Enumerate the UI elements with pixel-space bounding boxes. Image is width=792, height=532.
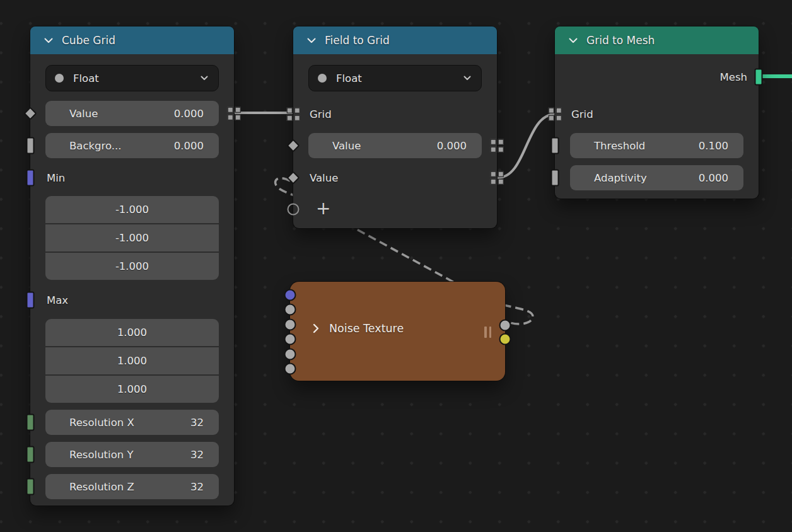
noise-input-socket-4[interactable] bbox=[284, 333, 296, 345]
resolution-y-field[interactable]: Resolution Y 32 bbox=[45, 442, 219, 467]
noise-input-socket-3[interactable] bbox=[284, 319, 296, 331]
dropdown-chevron-icon bbox=[201, 76, 208, 81]
field-value: 32 bbox=[190, 417, 204, 429]
node-field-to-grid[interactable]: Field to Grid Float Grid Value 0.000 Val… bbox=[293, 26, 497, 228]
float-socket-icon bbox=[318, 74, 327, 83]
field-label: Resolution X bbox=[69, 417, 134, 429]
min-vector-fields: -1.000 -1.000 -1.000 bbox=[45, 196, 219, 280]
adaptivity-input-socket[interactable] bbox=[551, 170, 559, 187]
data-type-dropdown[interactable]: Float bbox=[308, 65, 482, 91]
value-grid-output-socket-1[interactable] bbox=[491, 139, 504, 153]
noise-input-socket-2[interactable] bbox=[284, 304, 296, 316]
grid-socket-label: Grid bbox=[571, 105, 593, 124]
noise-input-socket-5[interactable] bbox=[284, 349, 296, 361]
extend-input-socket[interactable] bbox=[288, 204, 300, 216]
threshold-input-socket[interactable] bbox=[551, 137, 559, 154]
node-title: Noise Texture bbox=[329, 322, 404, 335]
grid-to-mesh-header[interactable]: Grid to Mesh bbox=[555, 26, 759, 54]
grid-socket-label: Grid bbox=[310, 105, 332, 124]
max-vector-fields: 1.000 1.000 1.000 bbox=[45, 319, 219, 403]
value-grid-output-socket-2[interactable] bbox=[491, 171, 504, 185]
max-y-field[interactable]: 1.000 bbox=[45, 347, 219, 374]
field-to-grid-header[interactable]: Field to Grid bbox=[293, 26, 497, 54]
node-title: Grid to Mesh bbox=[586, 34, 655, 47]
field-label: Resolution Y bbox=[69, 449, 134, 461]
max-x-field[interactable]: 1.000 bbox=[45, 319, 219, 346]
grid-input-socket[interactable] bbox=[287, 108, 300, 121]
resolution-x-input-socket[interactable] bbox=[26, 414, 35, 431]
node-noise-texture[interactable]: Noise Texture bbox=[290, 282, 505, 381]
data-type-value: Float bbox=[336, 72, 454, 84]
value-field[interactable]: Value 0.000 bbox=[308, 133, 482, 158]
data-type-value: Float bbox=[73, 72, 191, 84]
background-input-socket[interactable] bbox=[26, 137, 35, 154]
field-label: Adaptivity bbox=[594, 172, 647, 184]
min-x-field[interactable]: -1.000 bbox=[45, 196, 219, 223]
collapse-chevron-down-icon[interactable] bbox=[44, 38, 53, 43]
mesh-output-label: Mesh bbox=[720, 67, 747, 86]
field-value: 0.000 bbox=[174, 108, 204, 120]
cube-grid-header[interactable]: Cube Grid bbox=[30, 26, 234, 54]
min-z-field[interactable]: -1.000 bbox=[45, 253, 219, 280]
min-socket-label: Min bbox=[47, 168, 65, 187]
resolution-x-field[interactable]: Resolution X 32 bbox=[45, 410, 219, 435]
field-value: 32 bbox=[190, 449, 204, 461]
min-input-socket[interactable] bbox=[26, 170, 35, 187]
resolution-y-input-socket[interactable] bbox=[26, 446, 35, 463]
expand-chevron-right-icon[interactable] bbox=[313, 323, 319, 333]
field-label: Value bbox=[332, 140, 361, 152]
noise-output-socket-color[interactable] bbox=[499, 333, 511, 345]
resolution-z-field[interactable]: Resolution Z 32 bbox=[45, 474, 219, 499]
field-label: Threshold bbox=[594, 140, 645, 152]
max-socket-label: Max bbox=[47, 291, 68, 309]
max-input-socket[interactable] bbox=[26, 292, 35, 309]
min-y-field[interactable]: -1.000 bbox=[45, 224, 219, 252]
dropdown-chevron-icon bbox=[463, 76, 471, 81]
noise-input-socket-vector[interactable] bbox=[284, 289, 296, 301]
field-value: 32 bbox=[190, 481, 204, 493]
threshold-field[interactable]: Threshold 0.100 bbox=[570, 133, 743, 158]
noise-input-socket-6[interactable] bbox=[284, 363, 296, 375]
data-type-dropdown[interactable]: Float bbox=[45, 65, 219, 91]
node-cube-grid[interactable]: Cube Grid Float Value 0.000 Backgro... 0… bbox=[30, 26, 234, 506]
field-value: 0.000 bbox=[174, 140, 204, 152]
add-item-plus-icon[interactable]: + bbox=[316, 200, 330, 217]
wire-fieldtogrid-to-gridtomesh[interactable] bbox=[498, 114, 556, 178]
field-value: 0.000 bbox=[437, 140, 467, 152]
mesh-output-socket[interactable] bbox=[755, 69, 763, 86]
node-grip-bars-icon bbox=[484, 327, 491, 338]
node-title: Field to Grid bbox=[325, 34, 390, 47]
background-field[interactable]: Backgro... 0.000 bbox=[45, 133, 219, 158]
grid-input-socket[interactable] bbox=[549, 108, 562, 121]
float-socket-icon bbox=[55, 74, 64, 83]
field-value: 0.100 bbox=[699, 140, 728, 152]
value-socket-label: Value bbox=[310, 168, 338, 187]
node-title: Cube Grid bbox=[62, 34, 115, 47]
field-label: Backgro... bbox=[69, 140, 122, 152]
collapse-chevron-down-icon[interactable] bbox=[307, 38, 316, 43]
noise-output-socket-gray[interactable] bbox=[499, 320, 511, 332]
max-z-field[interactable]: 1.000 bbox=[45, 376, 219, 403]
collapse-chevron-down-icon[interactable] bbox=[569, 38, 578, 43]
value-field[interactable]: Value 0.000 bbox=[45, 101, 219, 126]
value-grid-output-socket[interactable] bbox=[228, 107, 241, 120]
resolution-z-input-socket[interactable] bbox=[26, 478, 35, 495]
node-grid-to-mesh[interactable]: Grid to Mesh Mesh Grid Threshold 0.100 A… bbox=[555, 26, 759, 199]
adaptivity-field[interactable]: Adaptivity 0.000 bbox=[570, 165, 743, 190]
field-value: 0.000 bbox=[699, 172, 728, 184]
field-label: Value bbox=[69, 108, 98, 120]
field-label: Resolution Z bbox=[69, 481, 134, 493]
